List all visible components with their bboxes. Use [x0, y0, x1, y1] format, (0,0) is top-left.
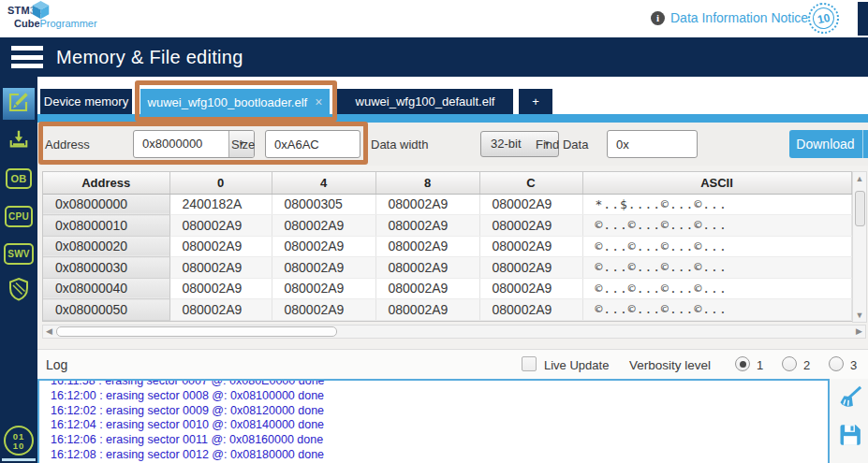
column-header-0[interactable]: 0: [169, 172, 272, 194]
sidebar-divider: [2, 458, 36, 461]
hex-cell[interactable]: 080002A9: [479, 194, 582, 215]
ascii-cell[interactable]: ©...©...©...©...: [582, 278, 851, 299]
hex-cell[interactable]: 080002A9: [375, 278, 479, 299]
download-button[interactable]: Download ▼: [789, 130, 868, 158]
address-cell[interactable]: 0x08000050: [43, 299, 169, 321]
ascii-cell[interactable]: *..$....©...©...: [582, 194, 851, 215]
anniversary-badge-number: 10: [811, 6, 836, 31]
log-output[interactable]: 16:11:58 : erasing sector 0007 @: 0x080E…: [37, 379, 830, 463]
scroll-up-icon[interactable]: ▲: [853, 174, 866, 183]
sidebar-item-memory-file-editing[interactable]: [3, 88, 35, 120]
log-entry: 16:12:00 : erasing sector 0008 @: 0x0810…: [51, 389, 828, 404]
address-cell[interactable]: 0x08000010: [43, 215, 169, 237]
add-tab-button[interactable]: +: [519, 89, 552, 114]
data-width-value: 32-bit: [491, 137, 522, 151]
log-entry: 16:12:02 : erasing sector 0009 @: 0x0812…: [51, 404, 828, 419]
hex-cell[interactable]: 080002A9: [169, 278, 272, 299]
menu-icon[interactable]: [11, 46, 43, 68]
download-dropdown-icon[interactable]: ▼: [862, 130, 868, 158]
sidebar-item-security[interactable]: [3, 275, 35, 307]
anniversary-badge: 10: [805, 0, 842, 36]
address-cell[interactable]: 0x08000030: [43, 257, 169, 279]
ascii-cell[interactable]: ©...©...©...©...: [582, 257, 851, 279]
close-tab-icon[interactable]: ×: [315, 94, 322, 109]
verbosity-radio-1[interactable]: [735, 356, 750, 371]
hex-cell[interactable]: 080002A9: [479, 236, 582, 257]
verbosity-radio-3[interactable]: [829, 356, 844, 371]
hex-cell[interactable]: 080002A9: [272, 236, 375, 257]
hex-cell[interactable]: 080002A9: [169, 215, 272, 237]
hex-cell[interactable]: 080002A9: [375, 257, 479, 279]
page-title: Memory & File editing: [56, 37, 243, 77]
log-title: Log: [46, 357, 67, 372]
top-bar: STM32 CubeProgrammer i Data Information …: [0, 0, 868, 37]
address-cell[interactable]: 0x08000040: [43, 278, 169, 299]
column-header-8[interactable]: 8: [375, 172, 479, 194]
pencil-icon: [7, 90, 31, 118]
scroll-right-icon[interactable]: ▶: [856, 326, 862, 338]
cpu-icon: CPU: [5, 206, 33, 227]
hex-cell[interactable]: 080002A9: [169, 236, 272, 257]
ascii-cell[interactable]: ©...©...©...©...: [582, 299, 851, 321]
column-header-4[interactable]: 4: [272, 172, 375, 194]
hex-cell[interactable]: 080002A9: [272, 257, 375, 279]
scroll-down-icon[interactable]: ▼: [853, 311, 866, 320]
table-row: 0x08000010080002A9080002A9080002A9080002…: [43, 215, 851, 237]
vertical-scroll-thumb[interactable]: [855, 191, 865, 226]
find-data-input[interactable]: [607, 130, 698, 158]
ascii-cell[interactable]: ©...©...©...©...: [582, 236, 851, 257]
save-log-button[interactable]: [837, 422, 863, 448]
sidebar-item-swv[interactable]: SWV: [3, 238, 35, 269]
hex-cell[interactable]: 080002A9: [272, 299, 375, 321]
tab-bar: Device memory wuwei_wfg100_bootloader.el…: [37, 77, 868, 114]
hex-cell[interactable]: 080002A9: [479, 299, 582, 321]
tab-bootloader-elf[interactable]: wuwei_wfg100_bootloader.elf ×: [140, 89, 330, 115]
hex-cell[interactable]: 080002A9: [375, 194, 479, 215]
hex-cell[interactable]: 2400182A: [169, 194, 272, 215]
size-input[interactable]: [265, 130, 360, 158]
accent-strip: [37, 114, 868, 123]
scroll-left-icon[interactable]: ◀: [46, 326, 52, 338]
address-cell[interactable]: 0x08000000: [43, 194, 169, 215]
save-floppy-icon: [837, 435, 863, 451]
clean-log-button[interactable]: [837, 384, 863, 411]
app-logo: STM32 CubeProgrammer: [7, 5, 97, 29]
broom-icon: [837, 398, 863, 413]
tab-default-elf[interactable]: wuwei_wfg100_default.elf: [337, 89, 513, 114]
sidebar-item-erasing-programming[interactable]: [3, 125, 35, 157]
hex-cell[interactable]: 080002A9: [375, 299, 479, 321]
hex-cell[interactable]: 080002A9: [169, 299, 272, 321]
tab-device-memory[interactable]: Device memory: [40, 89, 132, 114]
info-icon: i: [651, 11, 665, 25]
binary-badge-icon: 01 10: [4, 426, 34, 456]
memory-controls: Address 0x8000000 ▼ Size Data width 32-b…: [37, 123, 868, 166]
size-label: Size: [231, 137, 255, 152]
column-header-address[interactable]: Address: [43, 172, 169, 194]
address-cell[interactable]: 0x08000020: [43, 236, 169, 257]
vertical-scrollbar[interactable]: ▲ ▼: [852, 171, 867, 323]
sidebar-item-option-bytes[interactable]: OB: [3, 163, 35, 195]
verbosity-radio-2[interactable]: [782, 356, 797, 371]
data-information-notice-link[interactable]: Data Information Notice: [670, 10, 808, 25]
column-header-ascii[interactable]: ASCII: [582, 172, 851, 194]
horizontal-scrollbar[interactable]: ◀ ▶: [42, 325, 866, 339]
hex-cell[interactable]: 080002A9: [272, 278, 375, 299]
hex-cell[interactable]: 080002A9: [479, 278, 582, 299]
hex-cell[interactable]: 080002A9: [272, 215, 375, 237]
logo-stm: STM: [7, 5, 30, 16]
live-update-checkbox[interactable]: [522, 356, 537, 371]
hex-cell[interactable]: 080002A9: [479, 257, 582, 279]
horizontal-scroll-thumb[interactable]: [56, 326, 337, 337]
column-header-c[interactable]: C: [479, 172, 582, 194]
ascii-cell[interactable]: ©...©...©...©...: [582, 215, 851, 237]
hex-cell[interactable]: 080002A9: [375, 215, 479, 237]
download-icon: [7, 128, 30, 154]
hex-cell[interactable]: 08000305: [272, 194, 375, 215]
sidebar-item-cpu[interactable]: CPU: [3, 200, 35, 232]
hex-cell[interactable]: 080002A9: [375, 236, 479, 257]
log-entry: 16:12:04 : erasing sector 0010 @: 0x0814…: [51, 418, 828, 433]
download-button-label: Download: [789, 130, 861, 158]
hex-cell[interactable]: 080002A9: [169, 257, 272, 279]
hex-cell[interactable]: 080002A9: [479, 215, 582, 237]
address-value: 0x8000000: [142, 137, 202, 151]
